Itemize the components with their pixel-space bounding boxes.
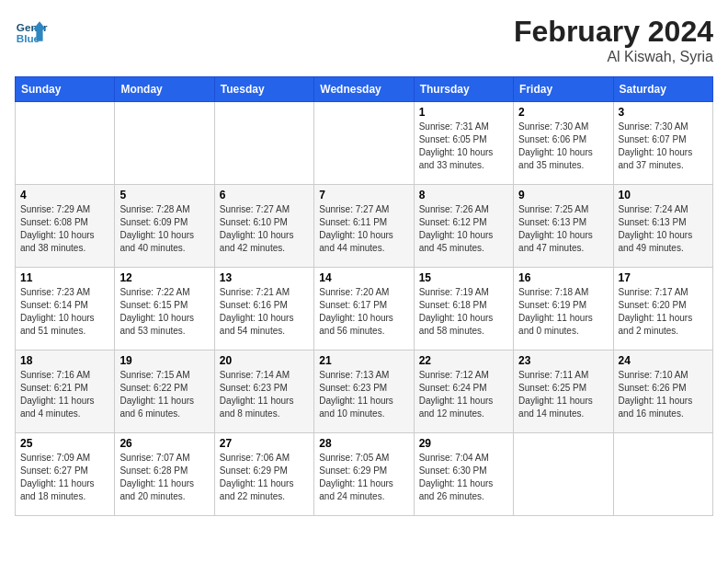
day-info: Sunrise: 7:10 AMSunset: 6:26 PMDaylight:… bbox=[619, 369, 708, 420]
calendar-cell: 21Sunrise: 7:13 AMSunset: 6:23 PMDayligh… bbox=[314, 350, 414, 433]
day-number: 24 bbox=[619, 354, 708, 367]
calendar-cell: 5Sunrise: 7:28 AMSunset: 6:09 PMDaylight… bbox=[115, 185, 214, 268]
calendar-cell: 13Sunrise: 7:21 AMSunset: 6:16 PMDayligh… bbox=[214, 268, 313, 350]
calendar-cell: 2Sunrise: 7:30 AMSunset: 6:06 PMDaylight… bbox=[514, 102, 613, 185]
day-number: 10 bbox=[619, 189, 708, 201]
day-info: Sunrise: 7:13 AMSunset: 6:23 PMDaylight:… bbox=[319, 369, 408, 420]
day-number: 7 bbox=[319, 189, 408, 201]
calendar-week-row: 18Sunrise: 7:16 AMSunset: 6:21 PMDayligh… bbox=[16, 350, 713, 433]
day-info: Sunrise: 7:22 AMSunset: 6:15 PMDaylight:… bbox=[119, 286, 209, 338]
day-number: 6 bbox=[220, 189, 309, 201]
day-info: Sunrise: 7:12 AMSunset: 6:24 PMDaylight:… bbox=[419, 369, 508, 420]
day-number: 23 bbox=[518, 354, 608, 367]
weekday-header: Friday bbox=[514, 77, 613, 102]
calendar-table: SundayMondayTuesdayWednesdayThursdayFrid… bbox=[15, 76, 713, 516]
day-number: 28 bbox=[319, 437, 408, 450]
calendar-cell: 20Sunrise: 7:14 AMSunset: 6:23 PMDayligh… bbox=[214, 350, 313, 433]
page-title: February 2024 bbox=[514, 15, 713, 49]
day-number: 27 bbox=[220, 437, 309, 450]
weekday-header-row: SundayMondayTuesdayWednesdayThursdayFrid… bbox=[16, 77, 713, 102]
day-info: Sunrise: 7:11 AMSunset: 6:25 PMDaylight:… bbox=[518, 369, 608, 420]
calendar-week-row: 1Sunrise: 7:31 AMSunset: 6:05 PMDaylight… bbox=[16, 102, 713, 185]
day-info: Sunrise: 7:23 AMSunset: 6:14 PMDaylight:… bbox=[20, 286, 109, 338]
calendar-cell: 18Sunrise: 7:16 AMSunset: 6:21 PMDayligh… bbox=[16, 350, 115, 433]
page-header: General Blue February 2024 Al Kiswah, Sy… bbox=[15, 15, 713, 65]
calendar-cell bbox=[514, 433, 613, 516]
calendar-cell: 26Sunrise: 7:07 AMSunset: 6:28 PMDayligh… bbox=[115, 433, 214, 516]
weekday-header: Sunday bbox=[16, 77, 115, 102]
day-info: Sunrise: 7:25 AMSunset: 6:13 PMDaylight:… bbox=[518, 203, 608, 255]
day-info: Sunrise: 7:04 AMSunset: 6:30 PMDaylight:… bbox=[419, 452, 508, 503]
calendar-cell: 11Sunrise: 7:23 AMSunset: 6:14 PMDayligh… bbox=[16, 268, 115, 350]
calendar-cell: 22Sunrise: 7:12 AMSunset: 6:24 PMDayligh… bbox=[414, 350, 513, 433]
day-number: 25 bbox=[20, 437, 109, 450]
calendar-cell: 17Sunrise: 7:17 AMSunset: 6:20 PMDayligh… bbox=[613, 268, 712, 350]
calendar-cell: 12Sunrise: 7:22 AMSunset: 6:15 PMDayligh… bbox=[115, 268, 214, 350]
day-number: 14 bbox=[319, 271, 408, 284]
calendar-cell: 23Sunrise: 7:11 AMSunset: 6:25 PMDayligh… bbox=[514, 350, 613, 433]
calendar-cell bbox=[16, 102, 115, 185]
day-info: Sunrise: 7:17 AMSunset: 6:20 PMDaylight:… bbox=[619, 286, 708, 338]
day-info: Sunrise: 7:14 AMSunset: 6:23 PMDaylight:… bbox=[220, 369, 309, 420]
logo-icon: General Blue bbox=[15, 15, 48, 48]
day-number: 18 bbox=[20, 354, 109, 367]
day-info: Sunrise: 7:20 AMSunset: 6:17 PMDaylight:… bbox=[319, 286, 408, 338]
calendar-cell: 25Sunrise: 7:09 AMSunset: 6:27 PMDayligh… bbox=[16, 433, 115, 516]
day-info: Sunrise: 7:06 AMSunset: 6:29 PMDaylight:… bbox=[220, 452, 309, 503]
day-info: Sunrise: 7:30 AMSunset: 6:07 PMDaylight:… bbox=[619, 121, 708, 172]
day-info: Sunrise: 7:31 AMSunset: 6:05 PMDaylight:… bbox=[419, 121, 508, 172]
day-number: 21 bbox=[319, 354, 408, 367]
calendar-cell: 14Sunrise: 7:20 AMSunset: 6:17 PMDayligh… bbox=[314, 268, 414, 350]
calendar-cell: 19Sunrise: 7:15 AMSunset: 6:22 PMDayligh… bbox=[115, 350, 214, 433]
day-number: 19 bbox=[119, 354, 209, 367]
calendar-cell bbox=[115, 102, 214, 185]
calendar-cell: 3Sunrise: 7:30 AMSunset: 6:07 PMDaylight… bbox=[613, 102, 712, 185]
day-info: Sunrise: 7:07 AMSunset: 6:28 PMDaylight:… bbox=[119, 452, 209, 503]
day-number: 13 bbox=[220, 271, 309, 284]
day-number: 3 bbox=[619, 106, 708, 119]
calendar-cell: 29Sunrise: 7:04 AMSunset: 6:30 PMDayligh… bbox=[414, 433, 513, 516]
day-info: Sunrise: 7:29 AMSunset: 6:08 PMDaylight:… bbox=[20, 203, 109, 255]
weekday-header: Wednesday bbox=[314, 77, 414, 102]
day-info: Sunrise: 7:18 AMSunset: 6:19 PMDaylight:… bbox=[518, 286, 608, 338]
day-number: 8 bbox=[419, 189, 508, 201]
day-info: Sunrise: 7:27 AMSunset: 6:11 PMDaylight:… bbox=[319, 203, 408, 255]
calendar-week-row: 11Sunrise: 7:23 AMSunset: 6:14 PMDayligh… bbox=[16, 268, 713, 350]
day-number: 22 bbox=[419, 354, 508, 367]
calendar-cell: 4Sunrise: 7:29 AMSunset: 6:08 PMDaylight… bbox=[16, 185, 115, 268]
weekday-header: Monday bbox=[115, 77, 214, 102]
calendar-cell bbox=[314, 102, 414, 185]
day-number: 11 bbox=[20, 271, 109, 284]
calendar-cell: 8Sunrise: 7:26 AMSunset: 6:12 PMDaylight… bbox=[414, 185, 513, 268]
day-info: Sunrise: 7:30 AMSunset: 6:06 PMDaylight:… bbox=[518, 121, 608, 172]
day-number: 26 bbox=[119, 437, 209, 450]
day-number: 9 bbox=[518, 189, 608, 201]
weekday-header: Tuesday bbox=[214, 77, 313, 102]
calendar-cell: 15Sunrise: 7:19 AMSunset: 6:18 PMDayligh… bbox=[414, 268, 513, 350]
day-number: 20 bbox=[220, 354, 309, 367]
day-info: Sunrise: 7:19 AMSunset: 6:18 PMDaylight:… bbox=[419, 286, 508, 338]
calendar-cell bbox=[613, 433, 712, 516]
logo: General Blue bbox=[15, 15, 48, 48]
day-number: 2 bbox=[518, 106, 608, 119]
day-number: 29 bbox=[419, 437, 508, 450]
day-info: Sunrise: 7:15 AMSunset: 6:22 PMDaylight:… bbox=[119, 369, 209, 420]
day-info: Sunrise: 7:05 AMSunset: 6:29 PMDaylight:… bbox=[319, 452, 408, 503]
calendar-cell: 24Sunrise: 7:10 AMSunset: 6:26 PMDayligh… bbox=[613, 350, 712, 433]
day-number: 5 bbox=[119, 189, 209, 201]
day-number: 4 bbox=[20, 189, 109, 201]
calendar-week-row: 4Sunrise: 7:29 AMSunset: 6:08 PMDaylight… bbox=[16, 185, 713, 268]
calendar-cell: 27Sunrise: 7:06 AMSunset: 6:29 PMDayligh… bbox=[214, 433, 313, 516]
title-block: February 2024 Al Kiswah, Syria bbox=[514, 15, 713, 65]
calendar-cell: 1Sunrise: 7:31 AMSunset: 6:05 PMDaylight… bbox=[414, 102, 513, 185]
day-info: Sunrise: 7:27 AMSunset: 6:10 PMDaylight:… bbox=[220, 203, 309, 255]
day-number: 15 bbox=[419, 271, 508, 284]
page-subtitle: Al Kiswah, Syria bbox=[514, 49, 713, 65]
day-info: Sunrise: 7:26 AMSunset: 6:12 PMDaylight:… bbox=[419, 203, 508, 255]
day-info: Sunrise: 7:16 AMSunset: 6:21 PMDaylight:… bbox=[20, 369, 109, 420]
day-info: Sunrise: 7:21 AMSunset: 6:16 PMDaylight:… bbox=[220, 286, 309, 338]
day-number: 16 bbox=[518, 271, 608, 284]
weekday-header: Thursday bbox=[414, 77, 513, 102]
calendar-cell: 7Sunrise: 7:27 AMSunset: 6:11 PMDaylight… bbox=[314, 185, 414, 268]
day-info: Sunrise: 7:24 AMSunset: 6:13 PMDaylight:… bbox=[619, 203, 708, 255]
